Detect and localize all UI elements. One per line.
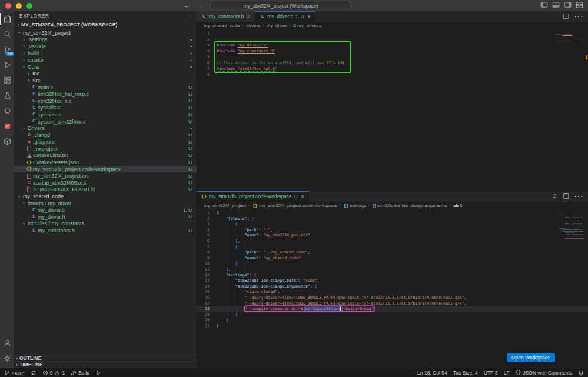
tree-item[interactable]: Cstm32f4xx_it.cU bbox=[14, 98, 197, 105]
code-line[interactable]: 8 "path": "../my_shared_code", bbox=[197, 250, 588, 256]
tree-item[interactable]: Cmy_driver.c1, U bbox=[14, 206, 197, 213]
tree-item[interactable]: ›includes / my_constants bbox=[14, 221, 197, 228]
tree-item[interactable]: ›Inc bbox=[14, 71, 197, 78]
code-line[interactable]: 8 bbox=[197, 72, 588, 78]
git-branch-status[interactable]: main* bbox=[4, 370, 25, 376]
bottom-code-area[interactable]: 1{2 "folders": [3 {4 "path": ".",5 "name… bbox=[197, 209, 588, 368]
run-debug-icon[interactable] bbox=[0, 57, 14, 72]
bottom-minimap[interactable]: { "folders": [ { "path": ".", "name": "m… bbox=[548, 211, 583, 243]
indentation-setting[interactable]: Tab Size: 4 bbox=[453, 370, 478, 376]
workspace-section-header[interactable]: › MY_STM32F4_PROJECT (WORKSPACE) bbox=[14, 20, 197, 29]
tree-item[interactable]: ›my_shared_code bbox=[14, 193, 197, 200]
compare-icon[interactable] bbox=[552, 191, 558, 202]
breadcrumb-item[interactable]: drivers bbox=[246, 23, 260, 28]
tree-item[interactable]: Cstm32f4xx_hal_msp.cU bbox=[14, 91, 197, 98]
open-workspace-button[interactable]: Open Workspace bbox=[507, 353, 555, 362]
more-actions-icon[interactable]: ··· bbox=[574, 191, 583, 202]
code-line[interactable]: 1 bbox=[197, 31, 588, 36]
close-tab-icon[interactable]: × bbox=[301, 193, 304, 199]
top-code-area[interactable]: 123#include "my_driver.h"4#include "my_c… bbox=[197, 29, 588, 191]
tree-item[interactable]: ›Drivers• bbox=[14, 125, 197, 132]
cmake-build-button[interactable]: Build bbox=[71, 370, 89, 376]
code-line[interactable]: 3#include "my_driver.h" bbox=[197, 42, 588, 48]
tree-item[interactable]: ›build• bbox=[14, 50, 197, 57]
outline-section[interactable]: › OUTLINE bbox=[14, 355, 197, 361]
tree-item[interactable]: {}my_stm32f4_project.code-workspaceU bbox=[14, 166, 197, 173]
tree-item[interactable]: Csystem_stm32f4xx.cU bbox=[14, 118, 197, 125]
close-tab-icon[interactable]: × bbox=[307, 14, 310, 19]
tree-item[interactable]: CMakeLists.txtU bbox=[14, 152, 197, 159]
explorer-icon[interactable] bbox=[0, 11, 14, 26]
search-icon[interactable] bbox=[0, 26, 14, 42]
breadcrumb-item[interactable]: []stm32cube-ide-clangd.arguments bbox=[373, 203, 447, 208]
tree-item[interactable]: ›drivers / my_driver bbox=[14, 200, 197, 207]
command-center[interactable]: my_stm32f4_project (Workspace) bbox=[210, 2, 351, 9]
extensions-icon[interactable] bbox=[0, 72, 14, 88]
code-line[interactable]: 4#include "my_constants.h" bbox=[197, 48, 588, 54]
sync-status[interactable] bbox=[31, 370, 36, 376]
settings-gear-icon[interactable] bbox=[0, 351, 14, 366]
code-line[interactable]: 20 } bbox=[197, 318, 588, 323]
eol-setting[interactable]: LF bbox=[504, 370, 510, 376]
problems-status[interactable]: 0 1 bbox=[42, 370, 65, 376]
tree-item[interactable]: ›Core• bbox=[14, 64, 197, 71]
breadcrumb-item[interactable]: Cmy_driver.c bbox=[294, 23, 322, 28]
top-minimap[interactable]: #include "my_driver.h"#include "my_const… bbox=[548, 31, 583, 44]
code-line[interactable]: 3 { bbox=[197, 222, 588, 228]
close-window-button[interactable] bbox=[5, 3, 11, 9]
forward-icon[interactable]: → bbox=[197, 2, 203, 9]
tree-item[interactable]: ›.vscode• bbox=[14, 43, 197, 50]
toggle-sidebar-icon[interactable] bbox=[540, 1, 548, 11]
code-line[interactable]: 4 "path": ".", bbox=[197, 228, 588, 233]
package-icon[interactable] bbox=[0, 134, 14, 149]
tree-item[interactable]: ≡startup_stm32f405xx.sU bbox=[14, 179, 197, 186]
code-line[interactable]: 5 bbox=[197, 54, 588, 60]
code-line[interactable]: 1{ bbox=[197, 211, 588, 216]
tree-item[interactable]: ◆.gitignoreU bbox=[14, 139, 197, 146]
editor-tab[interactable]: Cmy_constants.hU bbox=[197, 11, 255, 22]
notifications-bell[interactable] bbox=[578, 370, 584, 376]
breadcrumb-item[interactable]: my_shared_code bbox=[204, 23, 240, 28]
tree-item[interactable]: Csyscalls.cU bbox=[14, 105, 197, 112]
toggle-secondary-sidebar-icon[interactable] bbox=[564, 1, 572, 11]
testing-icon[interactable] bbox=[0, 88, 14, 103]
more-actions-icon[interactable]: ··· bbox=[574, 11, 583, 22]
code-line[interactable]: 11 ], bbox=[197, 267, 588, 273]
back-icon[interactable]: ← bbox=[184, 2, 190, 9]
code-line[interactable]: 10 } bbox=[197, 261, 588, 267]
customize-layout-icon[interactable] bbox=[576, 1, 583, 11]
tree-item[interactable]: ›.settings• bbox=[14, 36, 197, 44]
code-line[interactable]: 13 "stm32cube-ide-clangd.path": "cube", bbox=[197, 278, 588, 284]
tree-item[interactable]: ›Src bbox=[14, 77, 197, 84]
code-line[interactable]: 21} bbox=[197, 323, 588, 329]
tree-item[interactable]: .mxprojectU bbox=[14, 145, 197, 152]
split-editor-icon[interactable] bbox=[563, 11, 569, 22]
tree-item[interactable]: ⚙.clangdU bbox=[14, 132, 197, 139]
code-line[interactable]: 9 "name": "my_shared_code" bbox=[197, 256, 588, 262]
tree-item[interactable]: Cmy_constants.hU bbox=[14, 227, 197, 234]
code-line[interactable]: 2 bbox=[197, 36, 588, 42]
language-mode[interactable]: {} JSON with Comments bbox=[516, 370, 572, 376]
tree-item[interactable]: STM32F405XX_FLASH.ldU bbox=[14, 186, 197, 193]
code-line[interactable]: 6// This driver is for an stm32f4, and w… bbox=[197, 60, 588, 66]
breadcrumb-item[interactable]: ab3 bbox=[453, 203, 463, 208]
breadcrumb-item[interactable]: {}settings bbox=[343, 203, 366, 208]
encoding-setting[interactable]: UTF-8 bbox=[484, 370, 498, 376]
tree-item[interactable]: my_stm32f4_project.iocU bbox=[14, 172, 197, 179]
code-line[interactable]: 5 "name": "my_stm32f4_project" bbox=[197, 233, 588, 239]
code-line[interactable]: 2 "folders": [ bbox=[197, 216, 588, 222]
code-line[interactable]: 15 "starm-clangd", bbox=[197, 289, 588, 295]
tree-item[interactable]: Cmain.cU bbox=[14, 84, 197, 91]
tree-item[interactable]: ›my_stm32f4_project bbox=[14, 29, 197, 36]
tree-item[interactable]: ›cmake• bbox=[14, 56, 197, 64]
toggle-panel-icon[interactable] bbox=[552, 1, 560, 11]
code-line[interactable]: 16 "--query-driver=${env:CUBE_BUNDLE_PAT… bbox=[197, 295, 588, 301]
code-line[interactable]: 19 ] bbox=[197, 312, 588, 318]
tree-item[interactable]: Csysmem.cU bbox=[14, 111, 197, 118]
explorer-more-actions-icon[interactable]: ··· bbox=[184, 13, 191, 19]
breadcrumb-item[interactable]: {}my_stm32f4_project.code-workspace bbox=[253, 203, 337, 208]
debug-launch-button[interactable] bbox=[95, 370, 101, 376]
timeline-section[interactable]: › TIMELINE bbox=[14, 361, 197, 368]
minimize-window-button[interactable] bbox=[16, 3, 22, 9]
code-line[interactable]: 14 "stm32cube-ide-clangd.arguments": [ bbox=[197, 284, 588, 290]
